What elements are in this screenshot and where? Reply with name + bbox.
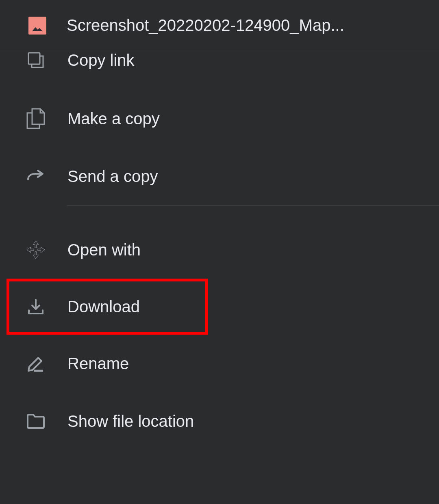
pencil-icon [27,355,45,372]
menu-item-rename[interactable]: Rename [0,335,439,392]
menu-label: Copy link [67,51,135,69]
menu-item-download[interactable]: Download [7,279,208,335]
menu-label: Rename [67,355,129,373]
svg-rect-0 [28,53,40,64]
open-with-icon [26,240,46,260]
menu-item-send-a-copy[interactable]: Send a copy [0,147,439,205]
menu-label: Make a copy [67,110,160,128]
menu-label: Download [67,298,140,316]
menu-item-make-a-copy[interactable]: Make a copy [0,90,439,147]
download-icon [27,298,44,315]
file-thumbnail [28,17,46,35]
menu-item-copy-link[interactable]: Copy link [0,51,439,90]
header: Screenshot_20220202-124900_Map... [0,0,439,51]
image-icon [31,25,43,32]
send-icon [26,170,45,183]
file-name: Screenshot_20220202-124900_Map... [67,16,344,35]
menu-item-show-file-location[interactable]: Show file location [0,392,439,450]
folder-icon [26,413,46,429]
section-gap [0,205,439,221]
file-copy-icon [26,108,45,129]
menu-label: Show file location [67,412,194,430]
menu-item-open-with[interactable]: Open with [0,221,439,279]
menu-label: Open with [67,241,141,259]
copy-link-icon [27,51,45,69]
menu-label: Send a copy [67,167,158,186]
